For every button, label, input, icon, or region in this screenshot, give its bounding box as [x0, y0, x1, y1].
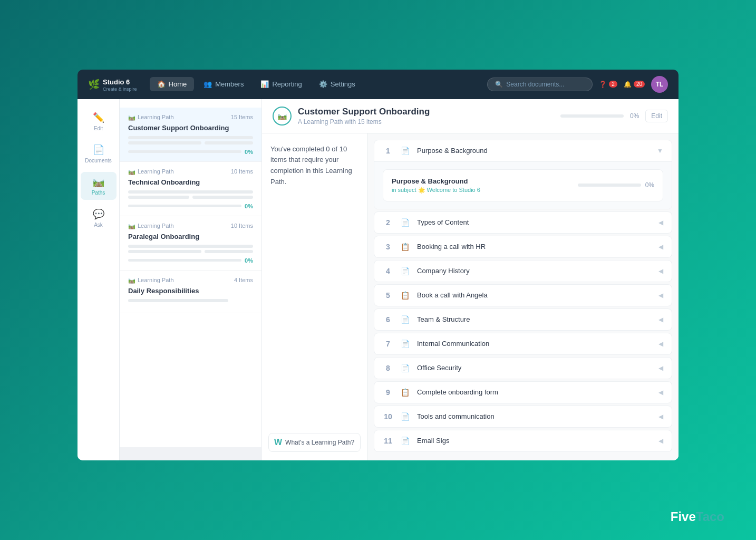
list-item-2[interactable]: 2 📄 Types of Content ◀	[374, 211, 672, 234]
path-detail-icon: 🛤️	[273, 107, 292, 126]
content-title: Customer Support Onboarding	[298, 107, 430, 117]
top-pct: 0%	[630, 112, 639, 120]
help-badge[interactable]: ❓ 2	[599, 81, 617, 88]
list-item-10[interactable]: 10 📄 Tools and communication ◀	[374, 406, 672, 428]
item-icon-2: 📄	[401, 218, 410, 227]
ask-icon: 💬	[93, 208, 104, 220]
path-title-1: Customer Support Onboarding	[128, 124, 253, 132]
chevron-right-icon-11: ◀	[658, 437, 663, 445]
items-list: 1 📄 Purpose & Background ▼ Purpose & Bac…	[367, 133, 679, 460]
avatar[interactable]: TL	[651, 76, 668, 93]
chevron-right-icon-3: ◀	[658, 243, 663, 250]
learning-path-icon-1: 🛤️	[128, 114, 135, 121]
path-card-paralegal[interactable]: 🛤️ Learning Path 10 Items Paralegal Onbo…	[120, 216, 261, 271]
nav-reporting-label: Reporting	[272, 80, 302, 88]
sidebar-item-documents[interactable]: 📄 Documents	[81, 140, 117, 168]
search-icon: 🔍	[495, 81, 503, 88]
path-title-3: Paralegal Onboarding	[128, 233, 253, 240]
item-num-9: 9	[383, 388, 393, 397]
sidebar-documents-label: Documents	[85, 158, 112, 163]
path-title-2: Technical Onboarding	[128, 178, 253, 186]
item-icon-8: 📄	[401, 364, 410, 372]
completion-info-text: You've completed 0 of 10 items that requ…	[270, 144, 358, 188]
path-card-customer-support[interactable]: 🛤️ Learning Path 15 Items Customer Suppo…	[120, 108, 261, 162]
paths-icon: 🛤️	[93, 176, 104, 188]
item-num-4: 4	[383, 267, 393, 275]
item-name-10: Tools and communication	[417, 412, 651, 420]
list-item-9[interactable]: 9 📋 Complete onboarding form ◀	[374, 381, 672, 403]
item-num-2: 2	[383, 218, 393, 227]
path-pct-2: 0%	[245, 203, 253, 209]
logo-tagline: Create & inspire	[103, 86, 137, 92]
item-num-11: 11	[383, 437, 393, 445]
list-item-1-header[interactable]: 1 📄 Purpose & Background ▼	[374, 140, 672, 161]
item-name-2: Types of Content	[417, 218, 651, 226]
item-name-8: Office Security	[417, 364, 651, 372]
item-num-8: 8	[383, 364, 393, 372]
avatar-initials: TL	[656, 81, 664, 88]
sidebar-paths-label: Paths	[92, 190, 105, 196]
exp-pct-1: 0%	[645, 181, 654, 189]
exp-card-sub-1: in subject 🌟 Welcome to Studio 6	[392, 187, 480, 194]
nav-reporting[interactable]: 📊 Reporting	[253, 77, 309, 91]
edit-button[interactable]: Edit	[645, 110, 668, 122]
main-nav: 🏠 Home 👥 Members 📊 Reporting ⚙️ Settings	[150, 77, 483, 91]
fivetaco-branding: FiveTaco	[671, 509, 724, 524]
item-name-5: Book a call with Angela	[417, 291, 651, 299]
path-progress-bar-2	[128, 205, 241, 207]
item-icon-3: 📋	[401, 243, 410, 251]
settings-icon: ⚙️	[319, 80, 327, 88]
paths-panel: 🛤️ Learning Path 15 Items Customer Suppo…	[120, 99, 262, 447]
nav-home-label: Home	[169, 80, 187, 88]
navbar-right: 🔍 Search documents... ❓ 2 🔔 20 TL	[487, 76, 668, 93]
nav-members[interactable]: 👥 Members	[196, 77, 251, 91]
path-type-3: 🛤️ Learning Path	[128, 223, 174, 229]
list-item-6[interactable]: 6 📄 Team & Structure ◀	[374, 308, 672, 331]
main-container: ✏️ Edit 📄 Documents 🛤️ Paths 💬 Ask 🛤️ Le…	[77, 99, 679, 460]
learning-path-icon-4: 🛤️	[128, 277, 135, 284]
item-name-9: Complete onboarding form	[417, 388, 651, 396]
path-circle-icon: 🛤️	[278, 112, 287, 120]
brand-taco: Taco	[696, 509, 724, 524]
notif-count: 20	[634, 81, 645, 88]
chevron-right-icon-6: ◀	[658, 316, 663, 323]
path-count-3: 10 Items	[231, 223, 253, 229]
item-name-1: Purpose & Background	[417, 147, 650, 155]
chevron-right-icon-8: ◀	[658, 364, 663, 372]
list-item-11[interactable]: 11 📄 Email Sigs ◀	[374, 430, 672, 452]
item-1-expanded-content: Purpose & Background in subject 🌟 Welcom…	[374, 161, 672, 209]
search-placeholder: Search documents...	[506, 81, 564, 88]
path-card-daily[interactable]: 🛤️ Learning Path 4 Items Daily Responsib…	[120, 271, 261, 313]
w-icon: W	[274, 438, 282, 447]
sidebar-item-edit[interactable]: ✏️ Edit	[81, 108, 117, 136]
documents-icon: 📄	[93, 144, 104, 156]
home-icon: 🏠	[157, 80, 166, 88]
list-item-3[interactable]: 3 📋 Booking a call with HR ◀	[374, 236, 672, 258]
notifications-badge[interactable]: 🔔 20	[624, 81, 645, 88]
nav-home[interactable]: 🏠 Home	[150, 77, 195, 91]
expanded-card-1[interactable]: Purpose & Background in subject 🌟 Welcom…	[383, 169, 663, 201]
content-title-group: 🛤️ Customer Support Onboarding A Learnin…	[273, 107, 430, 126]
path-count-2: 10 Items	[231, 168, 253, 175]
learning-path-icon-2: 🛤️	[128, 168, 135, 175]
whats-learning-path-button[interactable]: W What's a Learning Path?	[268, 433, 361, 452]
logo-name: Studio 6	[103, 78, 130, 86]
nav-settings[interactable]: ⚙️ Settings	[312, 77, 363, 91]
search-bar[interactable]: 🔍 Search documents...	[487, 78, 593, 91]
chevron-down-icon-1: ▼	[657, 147, 663, 155]
item-icon-4: 📄	[401, 267, 410, 275]
sidebar-ask-label: Ask	[94, 222, 103, 228]
path-card-technical[interactable]: 🛤️ Learning Path 10 Items Technical Onbo…	[120, 162, 261, 216]
list-item-8[interactable]: 8 📄 Office Security ◀	[374, 357, 672, 379]
chevron-right-icon-7: ◀	[658, 340, 663, 348]
sidebar-item-paths[interactable]: 🛤️ Paths	[81, 172, 117, 200]
nav-members-label: Members	[215, 80, 244, 88]
sidebar-item-ask[interactable]: 💬 Ask	[81, 204, 117, 232]
path-count-4: 4 Items	[234, 277, 253, 283]
list-item-4[interactable]: 4 📄 Company History ◀	[374, 260, 672, 282]
list-item-5[interactable]: 5 📋 Book a call with Angela ◀	[374, 284, 672, 306]
nav-settings-label: Settings	[331, 80, 355, 88]
path-progress-bar-3	[128, 259, 241, 262]
learning-path-icon-3: 🛤️	[128, 223, 135, 229]
list-item-7[interactable]: 7 📄 Internal Communication ◀	[374, 333, 672, 355]
